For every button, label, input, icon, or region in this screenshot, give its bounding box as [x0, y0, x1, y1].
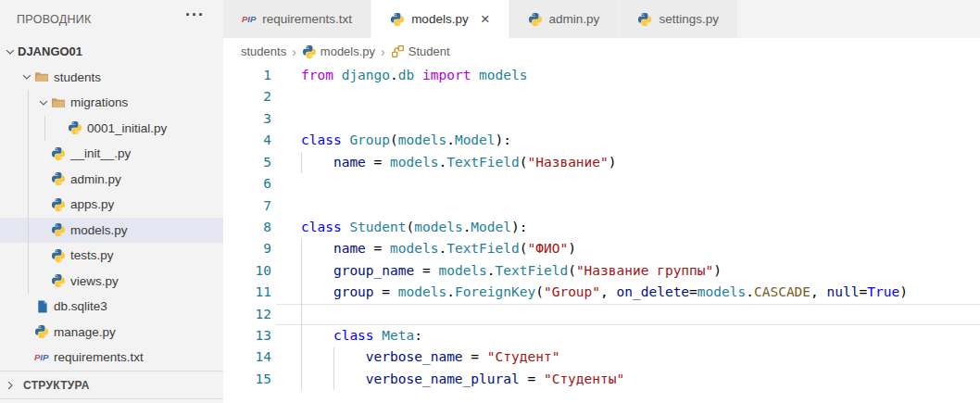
tree-item-manage.py[interactable]: manage.py	[0, 320, 223, 346]
breadcrumb-label: Student	[408, 44, 450, 58]
chevron-right-icon	[2, 378, 18, 393]
breadcrumb-label: models.py	[320, 44, 375, 58]
line-number: 4	[223, 130, 271, 151]
explorer-sidebar: ПРОВОДНИК ··· DJANGO01studentsmigrations…	[0, 0, 223, 403]
tree-item-admin.py[interactable]: admin.py	[0, 167, 223, 193]
code-line-10[interactable]: 10 group_name = models.TextField("Назван…	[223, 260, 980, 282]
python-icon	[637, 12, 652, 27]
code-text: verbose_name_plural = "Студенты"	[301, 369, 624, 390]
tree-item-requirements.txt[interactable]: PIPrequirements.txt	[0, 345, 223, 371]
code-line-2[interactable]: 2	[223, 86, 980, 107]
tab-models.py[interactable]: models.py×	[371, 0, 509, 38]
python-icon	[51, 222, 68, 237]
line-number: 13	[223, 325, 271, 346]
outline-section-header[interactable]: СТРУКТУРА	[0, 371, 223, 399]
tab-label: admin.py	[549, 12, 600, 26]
tab-settings.py[interactable]: settings.py	[619, 0, 738, 38]
indent-spacer	[52, 120, 68, 135]
tree-indent-guide	[28, 90, 29, 294]
code-line-1[interactable]: 1from django.db import models	[223, 65, 980, 86]
tree-item-label: __init__.py	[70, 146, 131, 160]
outline-section-label: СТРУКТУРА	[23, 379, 90, 392]
pip-icon: PIP	[242, 14, 256, 24]
tree-item-DJANGO01[interactable]: DJANGO01	[0, 39, 223, 65]
indent-spacer	[35, 248, 51, 263]
tab-label: settings.py	[659, 12, 719, 26]
breadcrumb-item-models.py[interactable]: models.py	[302, 44, 375, 59]
tree-item-0001_initial.py[interactable]: 0001_initial.py	[0, 116, 223, 142]
code-line-9[interactable]: 9 name = models.TextField("ФИО")	[223, 238, 980, 259]
tree-item-apps.py[interactable]: apps.py	[0, 192, 223, 218]
chevron-down-icon	[35, 95, 51, 110]
code-line-5[interactable]: 5 name = models.TextField("Название")	[223, 152, 980, 173]
tree-item-models.py[interactable]: models.py	[0, 218, 223, 244]
line-number: 12	[223, 304, 271, 325]
breadcrumb-item-students[interactable]: students	[241, 44, 286, 58]
code-line-14[interactable]: 14 verbose_name = "Студент"	[223, 346, 980, 368]
code-line-7[interactable]: 7	[223, 195, 980, 217]
code-text: from django.db import models	[301, 65, 528, 86]
line-number: 6	[223, 173, 271, 195]
tree-item-students[interactable]: students	[0, 65, 223, 91]
python-icon	[68, 120, 84, 135]
tree-item-label: requirements.txt	[54, 350, 144, 364]
code-line-15[interactable]: 15 verbose_name_plural = "Студенты"	[223, 369, 980, 390]
tree-item-tests.py[interactable]: tests.py	[0, 243, 223, 269]
code-line-8[interactable]: 8class Student(models.Model):	[223, 217, 980, 238]
line-number: 15	[223, 369, 271, 390]
python-icon	[528, 12, 543, 27]
code-text: class Group(models.Model):	[301, 130, 511, 151]
folder-open-icon	[34, 69, 51, 84]
code-line-6[interactable]: 6	[223, 173, 980, 195]
tree-item-db.sqlite3[interactable]: db.sqlite3	[0, 294, 223, 320]
tree-item-label: apps.py	[70, 197, 114, 211]
breadcrumb: students›models.py›Student	[223, 38, 980, 65]
line-number: 1	[223, 65, 271, 86]
indent-spacer	[19, 324, 34, 339]
code-line-11[interactable]: 11 group = models.ForeignKey("Group", on…	[223, 282, 980, 303]
breadcrumb-item-Student[interactable]: Student	[391, 44, 450, 58]
tree-indent-guide	[44, 116, 45, 142]
code-editor[interactable]: 1from django.db import models234class Gr…	[223, 65, 980, 403]
tab-requirements.txt[interactable]: PIPrequirements.txt	[223, 0, 371, 38]
tab-label: requirements.txt	[262, 12, 352, 26]
python-icon	[51, 171, 68, 186]
tree-item-label: manage.py	[54, 325, 116, 339]
more-actions-icon[interactable]: ···	[185, 6, 205, 25]
class-symbol-icon	[391, 44, 405, 58]
file-tree: DJANGO01studentsmigrations0001_initial.p…	[0, 39, 223, 371]
line-number: 3	[223, 108, 271, 130]
breadcrumb-separator: ›	[381, 44, 385, 59]
tree-item-label: students	[54, 70, 101, 84]
line-number: 10	[223, 260, 271, 282]
tree-item-label: tests.py	[70, 248, 114, 262]
folder-open-icon	[51, 95, 68, 110]
tree-item-views.py[interactable]: views.py	[0, 269, 223, 295]
chevron-down-icon	[19, 69, 34, 84]
python-icon	[34, 324, 51, 339]
indent-spacer	[35, 197, 51, 212]
tree-item-label: views.py	[70, 274, 119, 288]
line-number: 11	[223, 282, 271, 303]
tree-item-label: 0001_initial.py	[87, 121, 167, 135]
breadcrumb-label: students	[241, 44, 286, 58]
python-icon	[51, 248, 68, 263]
line-number: 5	[223, 152, 271, 173]
vscode-window: ПРОВОДНИК ··· DJANGO01studentsmigrations…	[0, 0, 980, 403]
code-line-3[interactable]: 3	[223, 108, 980, 130]
code-text: group_name = models.TextField("Название …	[301, 260, 722, 282]
python-icon	[51, 197, 68, 212]
line-number: 8	[223, 217, 271, 238]
code-text: name = models.TextField("ФИО")	[301, 238, 576, 259]
code-line-13[interactable]: 13 class Meta:	[223, 325, 980, 346]
code-text: name = models.TextField("Название")	[301, 152, 617, 173]
code-line-12[interactable]: 12	[223, 304, 980, 325]
close-icon[interactable]: ×	[481, 11, 490, 27]
line-number: 2	[223, 86, 271, 107]
tree-item-migrations[interactable]: migrations	[0, 90, 223, 116]
tab-admin.py[interactable]: admin.py	[509, 0, 620, 38]
tree-item-label: DJANGO01	[18, 44, 82, 58]
tree-item-__init__.py[interactable]: __init__.py	[0, 141, 223, 167]
pip-icon: PIP	[34, 350, 51, 365]
code-line-4[interactable]: 4class Group(models.Model):	[223, 130, 980, 151]
